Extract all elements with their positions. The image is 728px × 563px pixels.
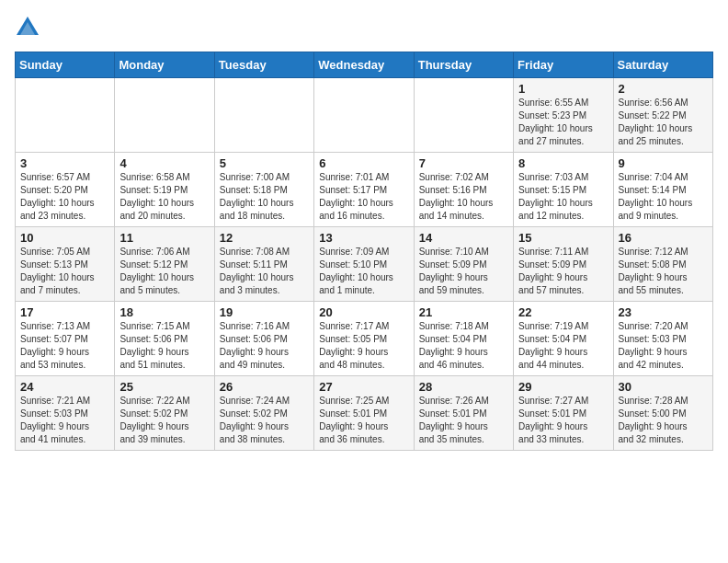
day-cell: 9Sunrise: 7:04 AM Sunset: 5:14 PM Daylig… (613, 153, 712, 227)
day-cell: 4Sunrise: 6:58 AM Sunset: 5:19 PM Daylig… (115, 153, 214, 227)
day-number: 17 (20, 305, 109, 319)
day-info: Sunrise: 6:55 AM Sunset: 5:23 PM Dayligh… (518, 97, 608, 148)
day-number: 14 (419, 231, 508, 245)
calendar-header: SundayMondayTuesdayWednesdayThursdayFrid… (16, 52, 713, 78)
day-info: Sunrise: 7:11 AM Sunset: 5:09 PM Dayligh… (518, 246, 608, 297)
week-row-3: 10Sunrise: 7:05 AM Sunset: 5:13 PM Dayli… (16, 227, 713, 302)
day-cell: 12Sunrise: 7:08 AM Sunset: 5:11 PM Dayli… (214, 227, 313, 302)
day-cell: 23Sunrise: 7:20 AM Sunset: 5:03 PM Dayli… (613, 302, 712, 376)
header (15, 15, 713, 40)
day-cell: 25Sunrise: 7:22 AM Sunset: 5:02 PM Dayli… (115, 376, 214, 451)
day-cell: 30Sunrise: 7:28 AM Sunset: 5:00 PM Dayli… (613, 376, 712, 451)
day-cell: 15Sunrise: 7:11 AM Sunset: 5:09 PM Dayli… (514, 227, 613, 302)
week-row-4: 17Sunrise: 7:13 AM Sunset: 5:07 PM Dayli… (16, 302, 713, 376)
day-number: 13 (319, 231, 408, 245)
weekday-header-tuesday: Tuesday (214, 52, 313, 78)
day-info: Sunrise: 7:17 AM Sunset: 5:05 PM Dayligh… (319, 320, 408, 372)
day-info: Sunrise: 6:58 AM Sunset: 5:19 PM Dayligh… (119, 171, 209, 223)
day-info: Sunrise: 7:20 AM Sunset: 5:03 PM Dayligh… (619, 320, 708, 372)
day-info: Sunrise: 7:25 AM Sunset: 5:01 PM Dayligh… (319, 395, 408, 446)
day-number: 12 (220, 231, 309, 245)
day-number: 6 (319, 156, 408, 170)
day-info: Sunrise: 7:00 AM Sunset: 5:18 PM Dayligh… (220, 171, 309, 223)
day-cell: 26Sunrise: 7:24 AM Sunset: 5:02 PM Dayli… (214, 376, 313, 451)
day-cell (214, 78, 313, 153)
day-number: 15 (518, 231, 608, 245)
day-number: 11 (119, 231, 209, 245)
day-cell (16, 78, 115, 153)
day-info: Sunrise: 7:01 AM Sunset: 5:17 PM Dayligh… (319, 171, 408, 223)
day-info: Sunrise: 7:19 AM Sunset: 5:04 PM Dayligh… (518, 320, 608, 372)
day-cell: 27Sunrise: 7:25 AM Sunset: 5:01 PM Dayli… (314, 376, 414, 451)
day-number: 29 (518, 380, 608, 394)
day-info: Sunrise: 7:15 AM Sunset: 5:06 PM Dayligh… (119, 320, 209, 372)
weekday-row: SundayMondayTuesdayWednesdayThursdayFrid… (16, 52, 713, 78)
day-cell: 28Sunrise: 7:26 AM Sunset: 5:01 PM Dayli… (414, 376, 513, 451)
logo (15, 15, 44, 40)
day-info: Sunrise: 7:21 AM Sunset: 5:03 PM Dayligh… (20, 395, 109, 446)
day-cell: 24Sunrise: 7:21 AM Sunset: 5:03 PM Dayli… (16, 376, 115, 451)
day-cell: 5Sunrise: 7:00 AM Sunset: 5:18 PM Daylig… (214, 153, 313, 227)
day-cell: 10Sunrise: 7:05 AM Sunset: 5:13 PM Dayli… (16, 227, 115, 302)
day-info: Sunrise: 7:24 AM Sunset: 5:02 PM Dayligh… (220, 395, 309, 446)
day-cell: 7Sunrise: 7:02 AM Sunset: 5:16 PM Daylig… (414, 153, 513, 227)
day-number: 23 (619, 305, 708, 319)
day-info: Sunrise: 7:16 AM Sunset: 5:06 PM Dayligh… (220, 320, 309, 372)
day-info: Sunrise: 7:05 AM Sunset: 5:13 PM Dayligh… (20, 246, 109, 297)
weekday-header-saturday: Saturday (613, 52, 712, 78)
weekday-header-thursday: Thursday (414, 52, 513, 78)
week-row-1: 1Sunrise: 6:55 AM Sunset: 5:23 PM Daylig… (16, 78, 713, 153)
day-cell: 11Sunrise: 7:06 AM Sunset: 5:12 PM Dayli… (115, 227, 214, 302)
day-number: 8 (518, 156, 608, 170)
day-cell: 19Sunrise: 7:16 AM Sunset: 5:06 PM Dayli… (214, 302, 313, 376)
day-number: 26 (220, 380, 309, 394)
calendar: SundayMondayTuesdayWednesdayThursdayFrid… (15, 52, 713, 451)
weekday-header-wednesday: Wednesday (314, 52, 414, 78)
day-number: 16 (619, 231, 708, 245)
day-info: Sunrise: 6:57 AM Sunset: 5:20 PM Dayligh… (20, 171, 109, 223)
day-number: 25 (119, 380, 209, 394)
day-cell: 13Sunrise: 7:09 AM Sunset: 5:10 PM Dayli… (314, 227, 414, 302)
day-cell (414, 78, 513, 153)
weekday-header-sunday: Sunday (16, 52, 115, 78)
day-cell: 6Sunrise: 7:01 AM Sunset: 5:17 PM Daylig… (314, 153, 414, 227)
day-info: Sunrise: 7:09 AM Sunset: 5:10 PM Dayligh… (319, 246, 408, 297)
weekday-header-monday: Monday (115, 52, 214, 78)
day-info: Sunrise: 7:03 AM Sunset: 5:15 PM Dayligh… (518, 171, 608, 223)
weekday-header-friday: Friday (514, 52, 613, 78)
day-cell: 17Sunrise: 7:13 AM Sunset: 5:07 PM Dayli… (16, 302, 115, 376)
day-number: 3 (20, 156, 109, 170)
day-cell: 3Sunrise: 6:57 AM Sunset: 5:20 PM Daylig… (16, 153, 115, 227)
day-info: Sunrise: 7:28 AM Sunset: 5:00 PM Dayligh… (619, 395, 708, 446)
day-info: Sunrise: 7:10 AM Sunset: 5:09 PM Dayligh… (419, 246, 508, 297)
logo-icon (15, 15, 40, 40)
day-number: 1 (518, 82, 608, 96)
day-cell: 29Sunrise: 7:27 AM Sunset: 5:01 PM Dayli… (514, 376, 613, 451)
day-cell: 14Sunrise: 7:10 AM Sunset: 5:09 PM Dayli… (414, 227, 513, 302)
day-cell: 16Sunrise: 7:12 AM Sunset: 5:08 PM Dayli… (613, 227, 712, 302)
day-info: Sunrise: 7:02 AM Sunset: 5:16 PM Dayligh… (419, 171, 508, 223)
day-cell (115, 78, 214, 153)
day-number: 30 (619, 380, 708, 394)
calendar-body: 1Sunrise: 6:55 AM Sunset: 5:23 PM Daylig… (16, 78, 713, 451)
day-number: 5 (220, 156, 309, 170)
day-number: 7 (419, 156, 508, 170)
day-number: 22 (518, 305, 608, 319)
day-cell: 1Sunrise: 6:55 AM Sunset: 5:23 PM Daylig… (514, 78, 613, 153)
day-number: 21 (419, 305, 508, 319)
day-cell (314, 78, 414, 153)
day-info: Sunrise: 7:13 AM Sunset: 5:07 PM Dayligh… (20, 320, 109, 372)
day-cell: 20Sunrise: 7:17 AM Sunset: 5:05 PM Dayli… (314, 302, 414, 376)
day-number: 20 (319, 305, 408, 319)
day-cell: 2Sunrise: 6:56 AM Sunset: 5:22 PM Daylig… (613, 78, 712, 153)
day-cell: 21Sunrise: 7:18 AM Sunset: 5:04 PM Dayli… (414, 302, 513, 376)
day-number: 9 (619, 156, 708, 170)
day-info: Sunrise: 7:06 AM Sunset: 5:12 PM Dayligh… (119, 246, 209, 297)
day-cell: 8Sunrise: 7:03 AM Sunset: 5:15 PM Daylig… (514, 153, 613, 227)
day-info: Sunrise: 7:08 AM Sunset: 5:11 PM Dayligh… (220, 246, 309, 297)
day-info: Sunrise: 7:26 AM Sunset: 5:01 PM Dayligh… (419, 395, 508, 446)
week-row-2: 3Sunrise: 6:57 AM Sunset: 5:20 PM Daylig… (16, 153, 713, 227)
day-number: 19 (220, 305, 309, 319)
day-info: Sunrise: 7:04 AM Sunset: 5:14 PM Dayligh… (619, 171, 708, 223)
day-info: Sunrise: 7:12 AM Sunset: 5:08 PM Dayligh… (619, 246, 708, 297)
